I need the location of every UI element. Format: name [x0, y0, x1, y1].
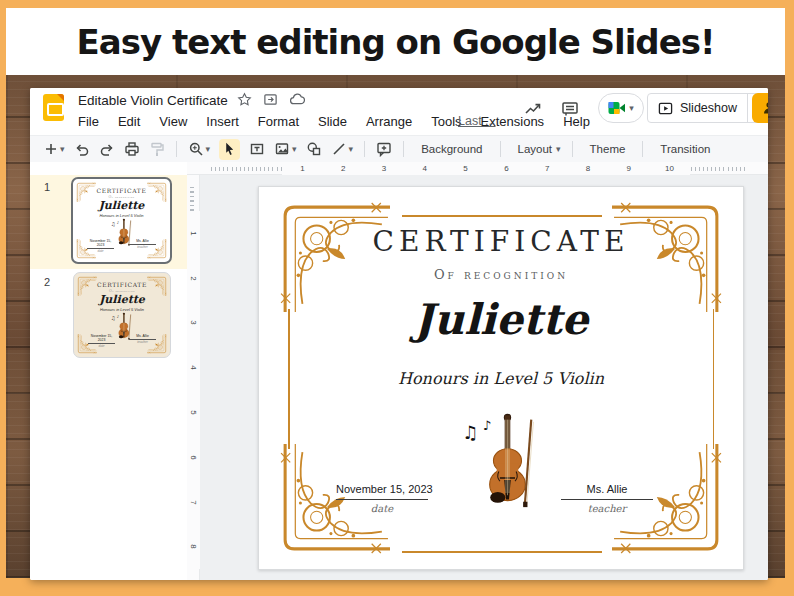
slide1-thumbnail[interactable]: CERTIFICATE Of recognition Juliette Hono… — [71, 177, 172, 264]
banner-text: Easy text editing on Google Slides! — [77, 22, 715, 62]
slideshow-button[interactable]: Slideshow ▾ — [647, 93, 768, 123]
document-title[interactable]: Editable Violin Certificate — [78, 93, 228, 108]
slide-filmstrip: 1 CERTIFICATE Of recognition Juliette Ho… — [30, 175, 187, 580]
cloud-status-icon[interactable] — [289, 92, 305, 107]
certificate-title[interactable]: CERTIFICATE — [259, 225, 743, 258]
insert-comment-button[interactable] — [376, 141, 392, 157]
certificate-subtitle[interactable]: Of recognition — [259, 267, 743, 282]
slideshow-play-icon — [658, 101, 673, 116]
slide2-number: 2 — [44, 276, 50, 288]
comment-history-icon[interactable] — [557, 96, 583, 122]
date-label: date — [322, 503, 442, 514]
transition-button[interactable]: Transition — [654, 143, 716, 155]
certificate-recipient-name[interactable]: Juliette — [259, 295, 743, 344]
menu-insert[interactable]: Insert — [206, 114, 239, 129]
menu-edit[interactable]: Edit — [118, 114, 140, 129]
teacher-label: teacher — [547, 503, 667, 514]
violin-image[interactable] — [453, 411, 549, 519]
meet-camera-icon — [608, 101, 626, 115]
gold-divider-top — [402, 215, 602, 217]
date-signature-block[interactable]: November 15, 2023 date — [322, 483, 442, 514]
move-folder-icon[interactable] — [263, 92, 278, 107]
slide1-number: 1 — [44, 181, 50, 193]
menu-tools[interactable]: Tools — [431, 114, 461, 129]
menu-file[interactable]: File — [78, 114, 99, 129]
certificate-page[interactable]: CERTIFICATE Of recognition Juliette Hono… — [258, 186, 744, 570]
theme-button[interactable]: Theme — [584, 143, 632, 155]
insert-line-button[interactable]: ▾ — [331, 141, 354, 157]
star-icon[interactable] — [237, 92, 252, 107]
date-value[interactable]: November 15, 2023 — [336, 483, 428, 500]
meet-button[interactable]: ▾ — [598, 93, 644, 123]
horizontal-ruler-numbers: 123 456 789 10 — [282, 162, 690, 175]
layout-button[interactable]: Layout ▾ — [512, 143, 561, 155]
share-button[interactable] — [752, 93, 768, 123]
edit-toolbar: ▾ ▾ ▾ ▾ — [30, 135, 768, 162]
last-edit-link[interactable]: Last ... — [458, 114, 496, 128]
undo-button[interactable] — [74, 141, 90, 157]
share-person-icon — [761, 100, 768, 116]
promo-banner: Easy text editing on Google Slides! — [6, 8, 785, 75]
meet-dropdown-caret: ▾ — [629, 104, 634, 113]
app-window: Editable Violin Certificate File Edit Vi… — [30, 88, 768, 580]
slideshow-label: Slideshow — [680, 101, 737, 115]
menu-format[interactable]: Format — [258, 114, 299, 129]
select-tool-button[interactable] — [219, 139, 240, 160]
slide2-thumbnail[interactable]: CERTIFICATE Of recognition Juliette Hono… — [73, 272, 171, 358]
textbox-tool-button[interactable] — [249, 141, 265, 157]
redo-button[interactable] — [99, 141, 115, 157]
horizontal-ruler[interactable]: 123 456 789 10 — [187, 162, 768, 175]
menu-view[interactable]: View — [159, 114, 187, 129]
certificate-honors-line[interactable]: Honours in Level 5 Violin — [259, 369, 743, 388]
print-button[interactable] — [124, 141, 140, 157]
google-slides-logo-icon[interactable] — [43, 94, 64, 121]
menu-arrange[interactable]: Arrange — [366, 114, 412, 129]
gold-divider-bottom — [402, 551, 602, 553]
new-slide-button[interactable]: ▾ — [44, 142, 65, 156]
insert-image-button[interactable]: ▾ — [274, 141, 297, 157]
activity-stats-icon[interactable] — [520, 96, 546, 122]
vertical-ruler-numbers: 12 34 56 78 — [187, 211, 200, 569]
teacher-signature-block[interactable]: Ms. Allie teacher — [547, 483, 667, 514]
app-header: Editable Violin Certificate File Edit Vi… — [30, 88, 768, 135]
insert-shape-button[interactable] — [306, 141, 322, 157]
vertical-ruler[interactable]: 12 34 56 78 — [187, 175, 200, 580]
background-button[interactable]: Background — [415, 143, 488, 155]
menu-bar: File Edit View Insert Format Slide Arran… — [78, 114, 590, 129]
teacher-value[interactable]: Ms. Allie — [561, 483, 653, 500]
menu-slide[interactable]: Slide — [318, 114, 347, 129]
paint-format-button[interactable] — [149, 141, 165, 157]
zoom-tool-button[interactable]: ▾ — [188, 141, 211, 157]
